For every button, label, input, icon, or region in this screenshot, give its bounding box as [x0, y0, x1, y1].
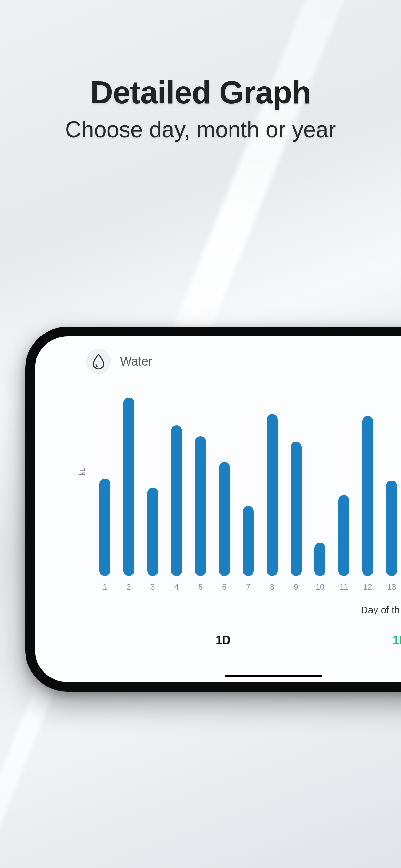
x-tick-label: 4 — [165, 583, 189, 592]
water-drop-icon-svg — [92, 353, 105, 369]
bar-column — [308, 543, 332, 576]
x-tick-label: 11 — [332, 583, 356, 592]
home-indicator — [225, 675, 322, 678]
bar[interactable] — [123, 398, 134, 576]
bar-column — [141, 488, 165, 576]
x-tick-label: 9 — [284, 583, 308, 592]
bar-column — [165, 425, 189, 576]
bar[interactable] — [362, 416, 373, 576]
x-tick-label: 10 — [308, 583, 332, 592]
chart-title-label: Water — [120, 354, 152, 368]
x-tick-label: 2 — [117, 583, 141, 592]
bar-column — [212, 462, 236, 576]
bar-column — [236, 506, 260, 576]
bar-column — [332, 495, 356, 576]
bar[interactable] — [243, 506, 254, 576]
bar[interactable] — [171, 425, 182, 576]
hero-text: Detailed Graph Choose day, month or year — [0, 74, 401, 143]
bar[interactable] — [195, 436, 206, 576]
x-tick-label: 8 — [260, 583, 284, 592]
x-tick-label: 1 — [93, 583, 117, 592]
bar[interactable] — [386, 480, 397, 576]
x-axis-title: Day of th — [361, 604, 400, 616]
bar-column — [380, 480, 401, 576]
bar-chart: kL 12345678910111213 — [83, 378, 401, 592]
bar-column — [284, 442, 308, 576]
bar-column — [93, 478, 117, 576]
x-tick-label: 12 — [356, 583, 380, 592]
x-tick-label: 3 — [141, 583, 165, 592]
bar[interactable] — [147, 488, 158, 576]
range-tab-1d[interactable]: 1D — [216, 633, 230, 647]
bar-container — [93, 378, 401, 576]
phone-frame: Water kL 12345678910111213 Day of th 1D … — [25, 327, 401, 692]
water-drop-icon — [86, 349, 111, 374]
page-subtitle: Choose day, month or year — [0, 117, 401, 143]
bar-column — [356, 416, 380, 576]
phone-screen: Water kL 12345678910111213 Day of th 1D … — [35, 337, 401, 682]
x-tick-label: 7 — [236, 583, 260, 592]
y-axis-label: kL — [78, 468, 87, 475]
bar[interactable] — [219, 462, 230, 576]
x-tick-label: 13 — [380, 583, 401, 592]
bar[interactable] — [99, 478, 111, 576]
page-title: Detailed Graph — [0, 74, 401, 111]
bar[interactable] — [267, 414, 278, 576]
x-axis-tick-labels: 12345678910111213 — [93, 583, 401, 592]
bar[interactable] — [338, 495, 349, 576]
bar[interactable] — [314, 543, 326, 576]
x-tick-label: 5 — [189, 583, 212, 592]
bar-column — [189, 436, 212, 576]
bar-column — [260, 414, 284, 576]
bar-column — [117, 398, 141, 576]
chart-card-header: Water — [86, 349, 152, 374]
range-tab-1m[interactable]: 1M — [393, 633, 401, 647]
x-tick-label: 6 — [212, 583, 236, 592]
bar[interactable] — [290, 442, 302, 576]
